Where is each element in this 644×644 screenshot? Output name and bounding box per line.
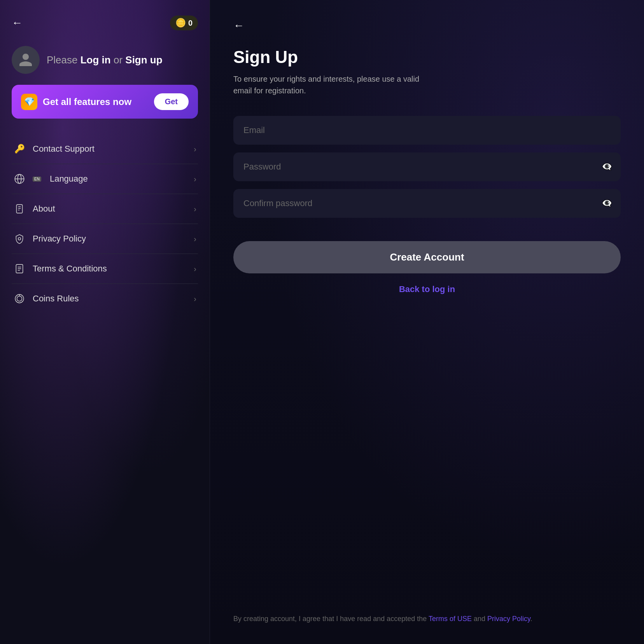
footer-text: By creating account, I agree that I have… <box>233 613 621 625</box>
terms-item[interactable]: Terms & Conditions › <box>12 254 198 284</box>
about-icon <box>13 203 26 215</box>
footer-and: and <box>472 615 487 623</box>
language-chevron: › <box>194 175 196 184</box>
right-panel: ← Sign Up To ensure your rights and inte… <box>210 0 644 644</box>
password-eye-icon[interactable]: 👁‍🗨 <box>602 162 612 172</box>
privacy-policy-item[interactable]: Privacy Policy › <box>12 224 198 254</box>
promo-text: Get all features now <box>43 96 131 107</box>
signup-link[interactable]: Sign up <box>125 54 162 66</box>
confirm-eye-icon[interactable]: 👁‍🗨 <box>602 198 612 208</box>
language-icon <box>13 173 26 185</box>
promo-get-button[interactable]: Get <box>154 93 189 110</box>
terms-label: Terms & Conditions <box>33 264 107 274</box>
coins-rules-label: Coins Rules <box>33 294 79 304</box>
signup-subtitle: To ensure your rights and interests, ple… <box>233 73 428 96</box>
coins-count: 0 <box>188 19 192 28</box>
left-header: ← 🪙 0 <box>12 16 198 30</box>
language-label: Language <box>50 174 88 184</box>
right-header: ← <box>233 19 621 32</box>
promo-left: 💎 Get all features now <box>21 94 131 110</box>
footer-prefix: By creating account, I agree that I have… <box>233 615 429 623</box>
language-item[interactable]: EN Language › <box>12 164 198 194</box>
promo-banner[interactable]: 💎 Get all features now Get <box>12 85 198 119</box>
login-link[interactable]: Log in <box>80 54 111 66</box>
menu-list: 🔑 Contact Support › EN Language › <box>12 134 198 313</box>
left-panel: ← 🪙 0 Please Log in or Sign up 💎 Get all… <box>0 0 210 644</box>
password-field[interactable] <box>233 152 621 181</box>
contact-support-label: Contact Support <box>33 144 94 154</box>
contact-support-chevron: › <box>194 145 196 154</box>
email-field[interactable] <box>233 116 621 145</box>
back-to-login-link[interactable]: Back to log in <box>233 284 621 294</box>
back-arrow-right[interactable]: ← <box>233 19 244 32</box>
login-prompt: Please Log in or Sign up <box>47 54 163 66</box>
about-label: About <box>33 204 55 214</box>
terms-chevron: › <box>194 264 196 273</box>
avatar[interactable] <box>12 46 40 74</box>
terms-icon <box>13 262 26 275</box>
footer-period: . <box>530 615 532 623</box>
about-item[interactable]: About › <box>12 194 198 224</box>
email-group <box>233 116 621 145</box>
coins-rules-item[interactable]: Coins Rules › <box>12 284 198 313</box>
confirm-password-group: 👁‍🗨 <box>233 189 621 218</box>
user-section: Please Log in or Sign up <box>12 46 198 74</box>
coins-badge[interactable]: 🪙 0 <box>170 16 198 30</box>
coins-rules-chevron: › <box>194 294 196 303</box>
coins-rules-icon <box>13 292 26 305</box>
signup-title: Sign Up <box>233 47 621 67</box>
privacy-policy-link[interactable]: Privacy Policy <box>487 615 530 623</box>
svg-point-13 <box>17 296 22 301</box>
create-account-button[interactable]: Create Account <box>233 241 621 273</box>
back-arrow-left[interactable]: ← <box>12 18 23 28</box>
confirm-password-field[interactable] <box>233 189 621 218</box>
contact-support-icon: 🔑 <box>13 143 26 155</box>
terms-of-use-link[interactable]: Terms of USE <box>429 615 472 623</box>
privacy-policy-icon <box>13 233 26 245</box>
coin-icon: 🪙 <box>175 18 186 28</box>
about-chevron: › <box>194 205 196 214</box>
svg-point-7 <box>18 238 21 240</box>
svg-rect-3 <box>16 205 22 213</box>
password-group: 👁‍🗨 <box>233 152 621 181</box>
contact-support-item[interactable]: 🔑 Contact Support › <box>12 134 198 164</box>
privacy-policy-chevron: › <box>194 234 196 243</box>
privacy-policy-label: Privacy Policy <box>33 234 86 244</box>
promo-icon: 💎 <box>21 94 37 110</box>
